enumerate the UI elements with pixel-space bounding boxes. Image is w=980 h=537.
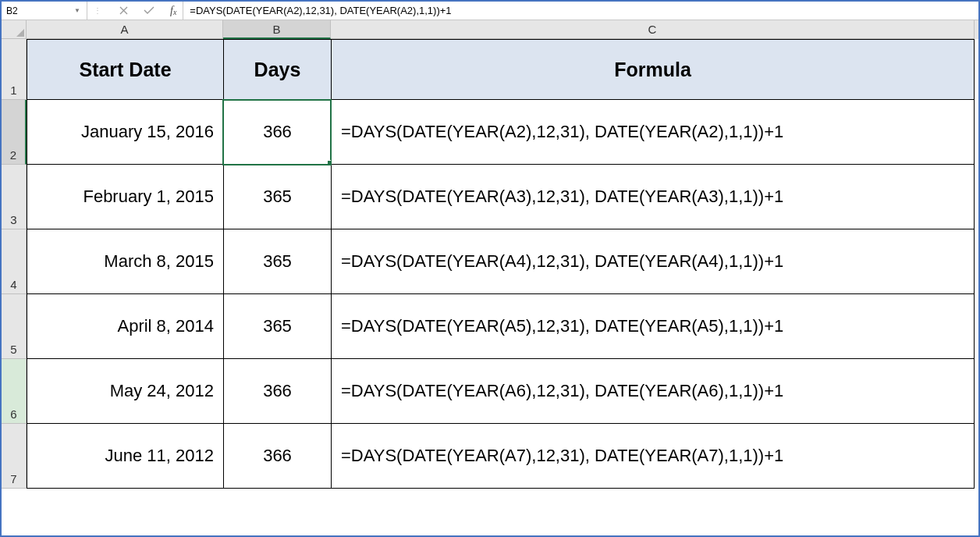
cell-a4[interactable]: March 8, 2015 <box>27 229 223 294</box>
table-row: 7 June 11, 2012 366 =DAYS(DATE(YEAR(A7),… <box>2 424 978 489</box>
cell-a3[interactable]: February 1, 2015 <box>27 165 223 229</box>
grid-body: 1 Start Date Days Formula 2 January 15, … <box>2 39 978 489</box>
grip-icon: ⋮ <box>94 6 104 15</box>
cell-c6[interactable]: =DAYS(DATE(YEAR(A6),12,31), DATE(YEAR(A6… <box>331 359 975 424</box>
cell-c7[interactable]: =DAYS(DATE(YEAR(A7),12,31), DATE(YEAR(A7… <box>331 424 975 489</box>
table-row: 4 March 8, 2015 365 =DAYS(DATE(YEAR(A4),… <box>2 229 978 294</box>
cell-c3[interactable]: =DAYS(DATE(YEAR(A3),12,31), DATE(YEAR(A3… <box>331 165 975 229</box>
table-row: 6 May 24, 2012 366 =DAYS(DATE(YEAR(A6),1… <box>2 359 978 424</box>
cell-b4[interactable]: 365 <box>223 229 331 294</box>
cell-b5[interactable]: 365 <box>223 294 331 359</box>
cell-a1[interactable]: Start Date <box>27 39 223 100</box>
row-header-2[interactable]: 2 <box>2 100 27 165</box>
cell-a5[interactable]: April 8, 2014 <box>27 294 223 359</box>
name-box[interactable]: B2 ▼ <box>2 2 87 20</box>
cell-c1[interactable]: Formula <box>331 39 975 100</box>
row-header-3[interactable]: 3 <box>2 165 27 229</box>
cell-a2[interactable]: January 15, 2016 <box>27 100 223 165</box>
cell-b7[interactable]: 366 <box>223 424 331 489</box>
cell-b2[interactable]: 366 <box>223 100 331 165</box>
column-headers-row: A B C <box>2 20 978 39</box>
cell-a6[interactable]: May 24, 2012 <box>27 359 223 424</box>
formula-input[interactable] <box>183 2 978 20</box>
formula-bar-buttons: ⋮ fx <box>87 2 183 20</box>
row-header-5[interactable]: 5 <box>2 294 27 359</box>
name-box-dropdown-icon[interactable]: ▼ <box>73 7 82 14</box>
table-row: 5 April 8, 2014 365 =DAYS(DATE(YEAR(A5),… <box>2 294 978 359</box>
cell-b1[interactable]: Days <box>223 39 331 100</box>
row-header-6[interactable]: 6 <box>2 359 27 424</box>
cell-c2[interactable]: =DAYS(DATE(YEAR(A2),12,31), DATE(YEAR(A2… <box>331 100 975 165</box>
name-box-value: B2 <box>6 5 73 16</box>
cancel-icon[interactable] <box>119 6 128 15</box>
cell-b6[interactable]: 366 <box>223 359 331 424</box>
cell-a7[interactable]: June 11, 2012 <box>27 424 223 489</box>
enter-icon[interactable] <box>144 6 154 15</box>
row-header-7[interactable]: 7 <box>2 424 27 489</box>
cell-c4[interactable]: =DAYS(DATE(YEAR(A4),12,31), DATE(YEAR(A4… <box>331 229 975 294</box>
col-header-b[interactable]: B <box>223 20 331 39</box>
row-header-1[interactable]: 1 <box>2 39 27 100</box>
cell-b3[interactable]: 365 <box>223 165 331 229</box>
insert-function-icon[interactable]: fx <box>170 5 176 17</box>
table-row: 2 January 15, 2016 366 =DAYS(DATE(YEAR(A… <box>2 100 978 165</box>
col-header-c[interactable]: C <box>331 20 975 39</box>
col-header-a[interactable]: A <box>27 20 223 39</box>
cell-c5[interactable]: =DAYS(DATE(YEAR(A5),12,31), DATE(YEAR(A5… <box>331 294 975 359</box>
formula-bar: B2 ▼ ⋮ fx <box>2 2 978 20</box>
select-all-triangle[interactable] <box>2 20 27 39</box>
row-header-4[interactable]: 4 <box>2 229 27 294</box>
table-row: 1 Start Date Days Formula <box>2 39 978 100</box>
worksheet-grid: A B C 1 Start Date Days Formula 2 Januar… <box>2 20 978 489</box>
table-row: 3 February 1, 2015 365 =DAYS(DATE(YEAR(A… <box>2 165 978 229</box>
